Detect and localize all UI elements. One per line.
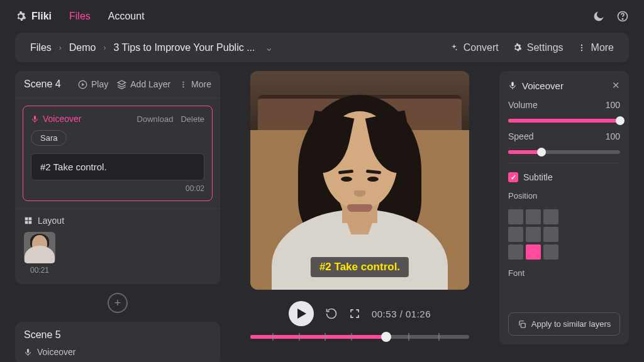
fullscreen-icon[interactable] (349, 308, 360, 319)
position-cell-0[interactable] (508, 209, 523, 224)
speed-label: Speed (508, 131, 533, 141)
chevron-right-icon: › (59, 43, 62, 52)
delete-button[interactable]: Delete (180, 114, 204, 124)
volume-label: Volume (508, 100, 538, 110)
gear-icon (15, 11, 26, 22)
speed-slider[interactable] (508, 150, 620, 154)
svg-point-1 (622, 19, 623, 19)
time-current: 00:53 (372, 309, 397, 319)
volume-value: 100 (606, 100, 620, 110)
progress-knob[interactable] (381, 332, 391, 342)
speed-knob[interactable] (537, 148, 546, 156)
layout-section-header[interactable]: Layout (24, 216, 211, 226)
position-cell-7[interactable] (526, 244, 541, 260)
volume-knob[interactable] (616, 116, 625, 125)
play-icon (297, 309, 306, 319)
scene-marker (299, 333, 300, 341)
scene-play-button[interactable]: Play (78, 79, 108, 89)
scene-4-panel: Scene 4 Play Add Layer More (15, 71, 220, 284)
close-icon[interactable]: ✕ (612, 80, 620, 91)
voice-selector[interactable]: Sara (31, 130, 67, 146)
position-cell-8[interactable] (543, 244, 558, 260)
timecode: 00:53 / 01:26 (372, 309, 431, 319)
scene-4-title: Scene 4 (24, 79, 61, 90)
scene-more-label: More (191, 79, 211, 89)
layout-thumbnail[interactable]: 00:21 (24, 232, 55, 275)
apply-label: Apply to similar layers (531, 319, 611, 329)
convert-button[interactable]: Convert (450, 42, 499, 53)
position-cell-2[interactable] (543, 209, 558, 224)
breadcrumb: Files › Demo › 3 Tips to Improve Your Pu… (15, 33, 629, 62)
scene-more-button[interactable]: More (179, 79, 211, 89)
position-cell-4[interactable] (526, 227, 541, 242)
layout-label: Layout (38, 216, 64, 226)
svg-point-4 (580, 49, 582, 50)
replay-icon[interactable] (325, 307, 338, 320)
svg-rect-16 (521, 323, 525, 327)
scene5-voiceover-label: Voiceover (37, 347, 75, 357)
nav-files[interactable]: Files (69, 11, 91, 22)
mic-icon (31, 115, 39, 123)
scene-5-title: Scene 5 (24, 329, 211, 341)
moon-icon[interactable] (592, 10, 605, 23)
svg-rect-11 (29, 217, 32, 221)
settings-button[interactable]: Settings (513, 42, 564, 53)
play-button[interactable] (289, 301, 314, 326)
chevron-down-icon[interactable]: ⌄ (265, 41, 273, 53)
brand-name: Fliki (31, 11, 52, 22)
voiceover-label: Voiceover (43, 114, 81, 124)
svg-rect-15 (511, 82, 514, 86)
layout-icon (24, 216, 33, 225)
scene-5-panel[interactable]: Scene 5 Voiceover (15, 322, 220, 362)
thumb-time: 00:21 (24, 266, 55, 275)
video-preview: #2 Take control. (250, 71, 469, 290)
brand-logo: Fliki (15, 11, 52, 22)
crumb-current[interactable]: 3 Tips to Improve Your Public ... (113, 42, 255, 53)
position-label: Position (508, 191, 620, 200)
subtitle-label: Subtitle (523, 172, 553, 182)
divider (508, 163, 620, 163)
svg-rect-12 (25, 221, 28, 224)
voiceover-text-input[interactable]: #2 Take control. (31, 153, 204, 180)
volume-slider[interactable] (508, 119, 620, 123)
sparkle-icon (450, 43, 458, 52)
check-icon: ✓ (511, 173, 516, 182)
add-layer-button[interactable]: Add Layer (117, 79, 170, 89)
help-icon[interactable] (616, 10, 629, 23)
svg-rect-13 (29, 221, 32, 224)
scene-marker (325, 333, 326, 341)
chevron-right-icon: › (103, 43, 106, 52)
time-total: 01:26 (406, 309, 431, 319)
convert-label: Convert (464, 42, 499, 53)
scene-marker (408, 333, 409, 341)
position-cell-1[interactable] (526, 209, 541, 224)
subtitle-checkbox[interactable]: ✓ (508, 172, 518, 182)
apply-similar-button[interactable]: Apply to similar layers (508, 312, 620, 336)
add-scene-button[interactable]: + (108, 293, 128, 313)
position-cell-5[interactable] (543, 227, 558, 242)
svg-point-7 (183, 84, 184, 85)
speed-value: 100 (606, 131, 620, 141)
progress-bar[interactable] (250, 335, 469, 339)
download-button[interactable]: Download (137, 114, 174, 124)
mic-icon (24, 348, 32, 356)
position-cell-3[interactable] (508, 227, 523, 242)
scene-marker (351, 333, 352, 341)
play-circle-icon (78, 80, 87, 89)
position-cell-6[interactable] (508, 244, 523, 260)
svg-point-8 (183, 86, 184, 87)
nav-account[interactable]: Account (108, 11, 145, 22)
copy-icon (518, 320, 526, 329)
voiceover-card[interactable]: Voiceover Download Delete Sara #2 Take c… (23, 106, 213, 201)
font-label: Font (508, 268, 620, 278)
more-button[interactable]: More (577, 42, 614, 53)
mic-icon (508, 81, 517, 90)
crumb-files[interactable]: Files (30, 42, 52, 53)
more-label: More (591, 42, 614, 53)
crumb-demo[interactable]: Demo (69, 42, 96, 53)
svg-point-2 (580, 44, 582, 45)
gear-icon (513, 43, 522, 52)
svg-rect-9 (34, 116, 36, 120)
subtitle-overlay: #2 Take control. (311, 257, 409, 277)
layers-icon (117, 80, 126, 89)
